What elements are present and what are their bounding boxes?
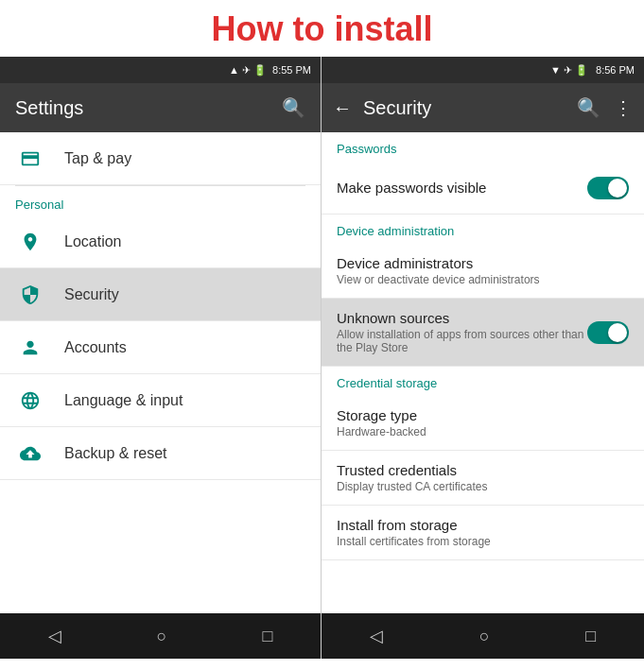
settings-item-location[interactable]: Location <box>0 215 321 268</box>
right-item-unknown-sources[interactable]: Unknown sources Allow installation of ap… <box>322 299 644 367</box>
storage-type-subtitle: Hardware-backed <box>337 425 629 438</box>
language-label: Language & input <box>64 392 183 409</box>
trusted-credentials-title: Trusted credentials <box>337 462 629 478</box>
right-statusbar-icons: ▼ ✈ 🔋 <box>550 64 588 77</box>
right-time: 8:56 PM <box>596 64 635 76</box>
make-passwords-toggle[interactable] <box>587 177 629 199</box>
security-icon <box>15 284 45 305</box>
make-passwords-title: Make passwords visible <box>337 180 587 196</box>
settings-item-accounts[interactable]: Accounts <box>0 321 321 374</box>
settings-list: Tap & pay Personal Location <box>0 132 321 613</box>
install-from-storage-subtitle: Install certificates from storage <box>337 535 629 548</box>
unknown-sources-title: Unknown sources <box>337 310 587 326</box>
right-search-icon[interactable]: 🔍 <box>577 96 600 119</box>
storage-type-title: Storage type <box>337 407 629 423</box>
statusbar-icons: ▲ ✈ 🔋 <box>229 64 267 77</box>
settings-item-security[interactable]: Security <box>0 268 321 321</box>
right-item-make-passwords[interactable]: Make passwords visible <box>322 162 644 215</box>
trusted-credentials-subtitle: Display trusted CA certificates <box>337 480 629 493</box>
unknown-sources-toggle[interactable] <box>587 321 629 344</box>
right-item-trusted-credentials[interactable]: Trusted credentials Display trusted CA c… <box>322 451 644 506</box>
right-more-icon[interactable]: ⋮ <box>614 96 633 119</box>
accounts-label: Accounts <box>64 339 127 356</box>
install-from-storage-title: Install from storage <box>337 517 629 533</box>
backup-icon <box>15 443 45 464</box>
right-back-button[interactable]: ← <box>333 97 352 119</box>
device-admins-title: Device administrators <box>337 255 629 271</box>
right-back-nav-button[interactable]: ◁ <box>370 626 383 646</box>
security-label: Security <box>64 286 119 303</box>
left-navbar: ◁ ○ □ <box>0 613 321 659</box>
right-item-install-from-storage[interactable]: Install from storage Install certificate… <box>322 506 644 560</box>
language-icon <box>15 390 45 411</box>
tap-pay-label: Tap & pay <box>64 150 131 167</box>
page-title: How to install <box>0 0 644 57</box>
left-search-icon[interactable]: 🔍 <box>282 96 305 119</box>
location-label: Location <box>64 233 122 250</box>
left-time: 8:55 PM <box>272 64 311 76</box>
left-toolbar-title: Settings <box>15 97 282 119</box>
settings-item-backup[interactable]: Backup & reset <box>0 427 321 480</box>
right-statusbar: ▼ ✈ 🔋 8:56 PM <box>322 57 644 83</box>
device-admins-subtitle: View or deactivate device administrators <box>337 273 629 286</box>
right-panel: ▼ ✈ 🔋 8:56 PM ← Security 🔍 ⋮ Passwords M… <box>322 57 644 659</box>
right-item-storage-type[interactable]: Storage type Hardware-backed <box>322 396 644 451</box>
right-item-device-admins[interactable]: Device administrators View or deactivate… <box>322 244 644 299</box>
left-home-button[interactable]: ○ <box>157 627 167 646</box>
right-toolbar-icons: 🔍 ⋮ <box>577 96 633 119</box>
right-toolbar: ← Security 🔍 ⋮ <box>322 83 644 132</box>
right-recent-nav-button[interactable]: □ <box>585 627 596 646</box>
left-back-button[interactable]: ◁ <box>48 626 61 646</box>
settings-item-tap-pay[interactable]: Tap & pay <box>0 132 321 185</box>
right-home-nav-button[interactable]: ○ <box>479 627 490 646</box>
tap-pay-icon <box>15 148 45 169</box>
left-statusbar: ▲ ✈ 🔋 8:55 PM <box>0 57 321 83</box>
section-personal-header: Personal <box>0 186 321 215</box>
accounts-icon <box>15 337 45 358</box>
location-icon <box>15 232 45 252</box>
section-credential-storage-header: Credential storage <box>322 367 644 396</box>
right-content: Passwords Make passwords visible Device … <box>322 132 644 613</box>
unknown-sources-subtitle: Allow installation of apps from sources … <box>337 328 587 354</box>
backup-label: Backup & reset <box>64 445 167 462</box>
right-toolbar-title: Security <box>363 97 566 119</box>
right-navbar: ◁ ○ □ <box>322 613 644 659</box>
section-passwords-header: Passwords <box>322 132 644 162</box>
left-recent-button[interactable]: □ <box>263 627 273 646</box>
left-toolbar: Settings 🔍 <box>0 83 321 132</box>
section-device-admin-header: Device administration <box>322 215 644 244</box>
left-panel: ▲ ✈ 🔋 8:55 PM Settings 🔍 Tap & pay Perso… <box>0 57 322 659</box>
settings-item-language[interactable]: Language & input <box>0 374 321 427</box>
